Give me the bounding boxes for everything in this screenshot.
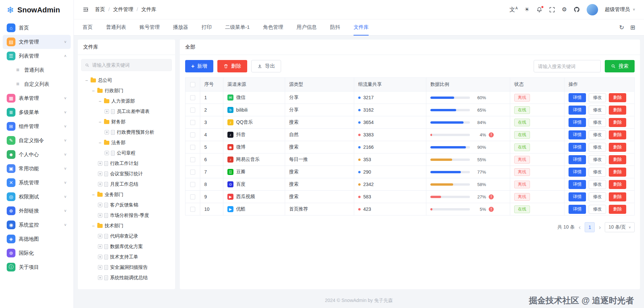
refresh-icon[interactable]: ↻ [619, 24, 624, 30]
tree-node[interactable]: 公司章程 [82, 148, 171, 158]
sidebar-item[interactable]: ✕ 系统管理 ∨ [3, 176, 71, 190]
tree-node[interactable]: 行政费用预算分析 [82, 127, 171, 137]
collapse-toggle-icon[interactable]: − [85, 78, 89, 83]
row-checkbox[interactable] [190, 207, 195, 212]
tab[interactable]: 账号管理 [140, 19, 160, 35]
detail-button[interactable]: 详情 [569, 143, 586, 152]
add-button[interactable]: + 新增 [185, 60, 213, 72]
sidebar-item[interactable]: ⊞ 组件管理 ∨ [3, 119, 71, 133]
delete-row-button[interactable]: 删除 [609, 168, 626, 177]
tree-node[interactable]: − 法务部 [82, 137, 171, 148]
user-menu[interactable]: 超级管理员 ∨ [605, 6, 635, 13]
breadcrumb-item[interactable]: 首页 [95, 6, 105, 13]
delete-row-button[interactable]: 删除 [609, 192, 626, 201]
row-checkbox[interactable] [190, 170, 195, 175]
detail-button[interactable]: 详情 [569, 93, 586, 102]
sidebar-item[interactable]: ▤ 文件管理 ∨ [3, 35, 71, 49]
edit-button[interactable]: 修改 [589, 155, 606, 164]
detail-button[interactable]: 详情 [569, 155, 586, 164]
row-checkbox[interactable] [190, 145, 195, 150]
detail-button[interactable]: 详情 [569, 118, 586, 127]
detail-button[interactable]: 详情 [569, 130, 586, 139]
tree-node[interactable]: − 业务部门 [82, 189, 171, 200]
row-checkbox[interactable] [190, 120, 195, 125]
tab[interactable]: 二级菜单-1 [225, 19, 250, 35]
sidebar-item[interactable]: ◎ 权限测试 ∨ [3, 190, 71, 204]
tab[interactable]: 用户信息 [297, 19, 317, 35]
delete-row-button[interactable]: 删除 [609, 205, 626, 214]
detail-button[interactable]: 详情 [569, 106, 586, 115]
menu-fold-icon[interactable] [83, 6, 89, 13]
sidebar-item[interactable]: ⊕ 外部链接 ∨ [3, 204, 71, 218]
edit-button[interactable]: 修改 [589, 192, 606, 201]
tab[interactable]: 首页 [83, 19, 93, 35]
row-checkbox[interactable] [190, 108, 195, 113]
sidebar-item[interactable]: ⌂ 首页 [3, 21, 71, 35]
breadcrumb-item[interactable]: 文件管理 [105, 6, 133, 13]
row-checkbox[interactable] [190, 182, 195, 187]
tree-node[interactable]: 安全漏洞扫描报告 [82, 262, 171, 272]
tree-node[interactable]: 市场分析报告-季度 [82, 210, 171, 221]
collapse-toggle-icon[interactable]: − [91, 223, 95, 229]
page-size-select[interactable]: 10 条/页 ∨ [605, 222, 635, 232]
delete-row-button[interactable]: 删除 [609, 130, 626, 139]
row-checkbox[interactable] [190, 95, 195, 100]
tree-node[interactable]: 系统性能调优总结 [82, 272, 171, 283]
tab[interactable]: 防抖 [330, 19, 340, 35]
tree-node[interactable]: 客户反馈集锦 [82, 200, 171, 210]
settings-gear-icon[interactable]: ⚙ [562, 7, 567, 12]
tab[interactable]: 文件库 [354, 19, 369, 35]
sidebar-item[interactable]: ≡ 普通列表 [3, 63, 71, 77]
prev-page-icon[interactable]: ‹ [579, 224, 581, 230]
translate-icon[interactable]: 文A [509, 7, 518, 12]
layout-grid-icon[interactable]: ⊞ [630, 24, 635, 30]
tree-node[interactable]: 代码审查记录 [82, 231, 171, 241]
keyword-search-input[interactable] [534, 60, 601, 72]
delete-row-button[interactable]: 删除 [609, 118, 626, 127]
detail-button[interactable]: 详情 [569, 205, 586, 214]
detail-button[interactable]: 详情 [569, 180, 586, 189]
delete-row-button[interactable]: 删除 [609, 106, 626, 115]
edit-button[interactable]: 修改 [589, 118, 606, 127]
delete-button[interactable]: 删除 [217, 60, 247, 72]
fullscreen-icon[interactable] [549, 7, 555, 13]
sidebar-item[interactable]: ⊚ 国际化 [3, 246, 71, 260]
sidebar-item[interactable]: ▦ 表单管理 ∨ [3, 91, 71, 105]
tree-node[interactable]: 行政工作计划 [82, 158, 171, 169]
edit-button[interactable]: 修改 [589, 168, 606, 177]
delete-row-button[interactable]: 删除 [609, 155, 626, 164]
collapse-toggle-icon[interactable]: − [98, 140, 102, 145]
tab[interactable]: 普通列表 [106, 19, 126, 35]
breadcrumb-item[interactable]: 文件库 [133, 6, 156, 13]
collapse-toggle-icon[interactable]: − [98, 119, 102, 125]
page-number[interactable]: 1 [585, 222, 595, 232]
tree-node[interactable]: − 财务部 [82, 117, 171, 127]
row-checkbox[interactable] [190, 132, 195, 137]
edit-button[interactable]: 修改 [589, 130, 606, 139]
tree-search-input[interactable] [92, 62, 168, 68]
sidebar-item[interactable]: ≣ 多级菜单 ∨ [3, 105, 71, 119]
tree-node[interactable]: 技术支持工单 [82, 252, 171, 262]
sidebar-item[interactable]: ⓘ 关于项目 [3, 260, 71, 274]
delete-row-button[interactable]: 删除 [609, 143, 626, 152]
sidebar-item[interactable]: ◉ 系统监控 ∨ [3, 218, 71, 232]
tree-node[interactable]: 数据库优化方案 [82, 241, 171, 252]
tab[interactable]: 角色管理 [263, 19, 283, 35]
detail-button[interactable]: 详情 [569, 168, 586, 177]
tree-node[interactable]: 会议室预订统计 [82, 169, 171, 179]
sidebar-item[interactable]: ◈ 高德地图 [3, 232, 71, 246]
avatar[interactable] [587, 4, 598, 15]
tab[interactable]: 打印 [202, 19, 212, 35]
collapse-toggle-icon[interactable]: − [91, 88, 95, 94]
next-page-icon[interactable]: › [599, 224, 601, 230]
github-icon[interactable] [574, 6, 580, 13]
sidebar-item[interactable]: ✎ 自定义指令 ∨ [3, 133, 71, 147]
sidebar-item[interactable]: ☰ 列表管理 ∧ [3, 49, 71, 63]
delete-row-button[interactable]: 删除 [609, 180, 626, 189]
tree-node[interactable]: − 技术部门 [82, 221, 171, 231]
tree-node[interactable]: − 行政部门 [82, 85, 171, 96]
tree-node[interactable]: − 总公司 [82, 75, 171, 85]
theme-icon[interactable]: ☀ [524, 7, 529, 12]
edit-button[interactable]: 修改 [589, 205, 606, 214]
tab[interactable]: 播放器 [173, 19, 188, 35]
